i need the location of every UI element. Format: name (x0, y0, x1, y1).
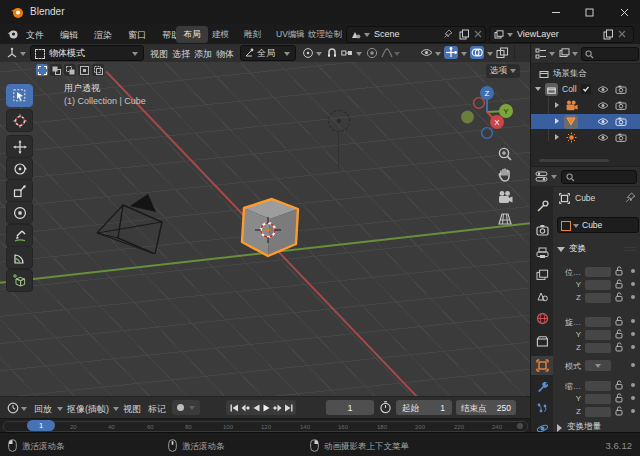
transform-panel-caret[interactable] (557, 247, 565, 252)
pan-hand-icon[interactable] (497, 167, 513, 183)
lock-icon[interactable] (615, 329, 624, 339)
copy-icon[interactable] (603, 29, 614, 40)
editor-timeline-icon[interactable] (7, 402, 19, 414)
lock-icon[interactable] (615, 266, 624, 276)
options-button[interactable]: 选项 (486, 64, 520, 78)
tab-modifiers[interactable] (536, 380, 549, 393)
orientation-dropdown[interactable]: 全局 (240, 45, 296, 61)
expand-arrow-icon[interactable] (555, 102, 559, 108)
select-mode-new[interactable] (36, 64, 48, 76)
falloff-icon[interactable] (381, 48, 393, 58)
pivot-point-icon[interactable] (302, 47, 314, 59)
rot-y-field[interactable] (585, 330, 611, 340)
tab-scene[interactable] (536, 290, 549, 302)
pivot-caret[interactable] (316, 52, 322, 56)
tab-world[interactable] (536, 312, 549, 325)
mode-dropdown[interactable]: 物体模式 (30, 45, 144, 61)
tool-measure[interactable] (6, 246, 33, 269)
rot-x-field[interactable] (585, 317, 611, 327)
animate-dot[interactable] (631, 345, 635, 349)
delta-panel-caret[interactable] (557, 424, 562, 432)
rot-z-field[interactable] (585, 343, 611, 353)
proportional-editing-icon[interactable] (366, 47, 378, 59)
lock-icon[interactable] (615, 316, 624, 326)
visibility-icon[interactable] (420, 48, 433, 57)
render-camera-icon[interactable] (615, 117, 627, 126)
tab-render[interactable] (536, 224, 549, 236)
gizmos-caret[interactable] (461, 52, 467, 56)
visibility-caret[interactable] (435, 52, 441, 56)
snap-caret[interactable] (356, 52, 362, 56)
lock-icon[interactable] (615, 279, 624, 289)
falloff-caret[interactable] (394, 52, 400, 56)
editor-properties-icon[interactable] (535, 171, 548, 182)
keying-set-caret[interactable] (189, 406, 195, 410)
tab-uv-editing[interactable]: UV编辑 (276, 29, 305, 41)
play-reverse-button[interactable] (253, 404, 260, 412)
menu-render[interactable]: 渲染 (94, 29, 112, 42)
prev-keyframe-button[interactable] (241, 404, 250, 412)
timeline-menu-marker[interactable]: 标记 (148, 403, 166, 416)
tool-rotate[interactable] (6, 157, 33, 180)
tool-scale[interactable] (6, 179, 33, 202)
scene-selector[interactable]: Scene (346, 26, 486, 43)
axis-gizmo[interactable]: Z Y X (460, 84, 516, 140)
outliner-row-cube-selected[interactable] (531, 114, 640, 129)
outliner-row-collection[interactable]: Coll (531, 82, 640, 97)
select-mode-subtract[interactable] (64, 64, 76, 76)
tab-object-active[interactable] (531, 356, 553, 375)
hide-eye-icon[interactable] (597, 117, 609, 126)
editor-3d-viewport-icon[interactable] (6, 47, 18, 59)
menu-view[interactable]: 视图 (150, 48, 168, 61)
hide-eye-icon[interactable] (597, 133, 609, 142)
tool-annotate[interactable] (6, 224, 33, 247)
outliner-row-scene-collection[interactable]: 场景集合 (531, 66, 640, 81)
timeline-menu-view[interactable]: 视图 (123, 403, 141, 416)
viewport-3d[interactable]: 用户透视 (1) Collection | Cube 选项 Z Y X (0, 62, 530, 396)
overlays-caret[interactable] (487, 52, 493, 56)
timeline-menu-playback[interactable]: 回放 (34, 403, 52, 416)
lock-icon[interactable] (615, 342, 624, 352)
view-layer-selector[interactable]: ViewLayer (489, 26, 634, 43)
expand-arrow-icon[interactable] (535, 87, 541, 91)
tool-add-cube[interactable] (6, 269, 33, 292)
animate-dot[interactable] (631, 319, 635, 323)
select-mode-intersect[interactable] (92, 64, 104, 76)
overlays-toggle[interactable] (470, 46, 484, 59)
close-button[interactable] (608, 0, 640, 24)
tab-sculpting[interactable]: 雕刻 (244, 29, 261, 41)
x-ray-toggle[interactable] (496, 47, 509, 59)
scale-y-field[interactable] (585, 394, 611, 404)
playhead[interactable]: 1 (27, 420, 55, 431)
tab-view-layer[interactable] (536, 269, 549, 281)
snap-target-icon[interactable] (341, 48, 353, 58)
render-camera-icon[interactable] (615, 133, 627, 142)
editor-outliner-icon[interactable] (535, 48, 547, 59)
jump-to-start-button[interactable] (230, 404, 238, 412)
lock-icon[interactable] (615, 292, 624, 302)
hide-eye-icon[interactable] (597, 101, 609, 110)
collection-checkbox[interactable] (581, 84, 591, 94)
menu-edit[interactable]: 编辑 (60, 29, 78, 42)
animate-dot[interactable] (631, 282, 635, 286)
outliner-search-input[interactable] (581, 47, 639, 61)
expand-arrow-icon[interactable] (555, 134, 559, 140)
zoom-icon[interactable] (497, 146, 513, 162)
timeline-menu-keying[interactable]: 抠像(插帧) (67, 403, 109, 416)
object-name-field[interactable]: Cube (557, 217, 639, 233)
play-forward-button[interactable] (263, 404, 270, 412)
rotation-mode-dropdown[interactable] (585, 360, 611, 371)
animate-dot[interactable] (631, 332, 635, 336)
menu-object[interactable]: 物体 (216, 48, 234, 61)
scale-x-field[interactable] (585, 381, 611, 391)
tool-move[interactable] (6, 135, 33, 158)
tool-cursor[interactable] (6, 109, 33, 132)
render-camera-icon[interactable] (615, 101, 627, 110)
menu-window[interactable]: 窗口 (128, 29, 146, 42)
animate-dot[interactable] (631, 363, 635, 367)
outliner-row-light[interactable] (531, 130, 640, 145)
pin-icon[interactable] (625, 192, 636, 203)
maximize-button[interactable] (574, 0, 604, 24)
pin-icon[interactable] (443, 29, 453, 39)
animate-dot[interactable] (631, 383, 635, 387)
